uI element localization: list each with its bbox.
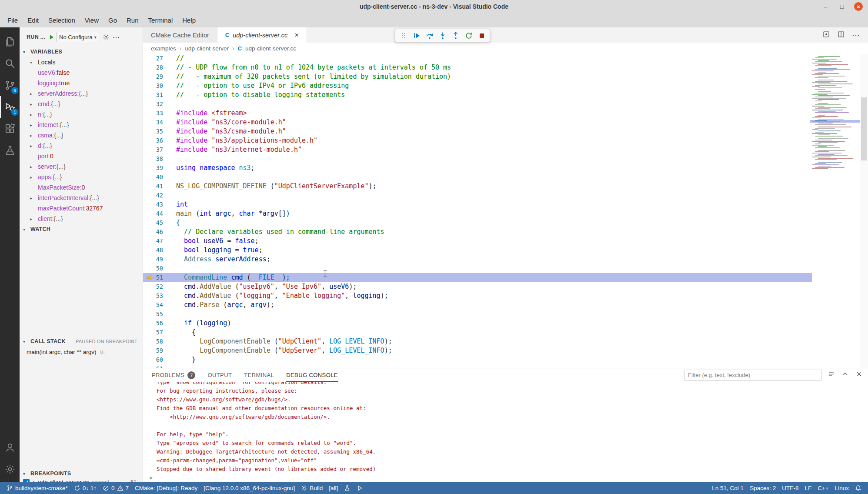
eol-status[interactable]: LF xyxy=(801,482,815,494)
expand-icon[interactable]: ▸ xyxy=(30,217,38,221)
expand-icon[interactable]: ▸ xyxy=(30,102,38,107)
menu-view[interactable]: View xyxy=(80,13,103,27)
step-out-button[interactable] xyxy=(450,30,461,41)
console-filter-input[interactable] xyxy=(684,370,821,381)
line-number[interactable]: 39 xyxy=(143,164,176,173)
scope-locals[interactable]: ▾ Locals xyxy=(20,57,143,67)
step-into-button[interactable] xyxy=(437,30,448,41)
code-line-30[interactable]: 30// - option to use IPv4 or IPv6 addres… xyxy=(143,81,812,90)
variable-logging[interactable]: logging: true xyxy=(20,78,143,88)
line-number[interactable]: 33 xyxy=(143,109,176,118)
line-number[interactable]: 48 xyxy=(143,246,176,255)
code-line-38[interactable]: 38 xyxy=(143,154,812,164)
scrollbar-thumb[interactable] xyxy=(861,97,867,160)
menu-terminal[interactable]: Terminal xyxy=(144,13,178,27)
code-line-31[interactable]: 31// - option to disable logging stateme… xyxy=(143,90,812,100)
search-icon[interactable] xyxy=(0,53,20,74)
language-mode-status[interactable]: C++ xyxy=(815,482,832,494)
menu-help[interactable]: Help xyxy=(177,13,200,27)
sync-status[interactable]: 0↓ 1↑ xyxy=(71,482,100,494)
line-number[interactable]: 60 xyxy=(143,355,176,364)
code-line-60[interactable]: 60 } xyxy=(143,355,812,364)
continue-button[interactable] xyxy=(411,30,422,41)
code-line-40[interactable]: 40 xyxy=(143,173,812,182)
launch-config-label[interactable]: No Configura xyxy=(59,34,93,40)
menu-edit[interactable]: Edit xyxy=(23,13,43,27)
variable-client[interactable]: ▸client: {...} xyxy=(20,214,143,224)
breakpoints-section-header[interactable]: ▾ BREAKPOINTS xyxy=(20,468,143,479)
restart-button[interactable] xyxy=(463,30,474,41)
encoding-status[interactable]: UTF-8 xyxy=(779,482,801,494)
collapse-icon[interactable]: ▾ xyxy=(30,60,38,65)
variable-apps[interactable]: ▸apps: {...} xyxy=(20,172,143,182)
indentation-status[interactable]: Spaces: 2 xyxy=(747,482,779,494)
breakpoint-item[interactable]: ● udp-client-server.cc exampl... 51 xyxy=(20,479,143,482)
variables-section-header[interactable]: ▾ VARIABLES xyxy=(20,47,143,57)
code-line-41[interactable]: 41NS_LOG_COMPONENT_DEFINE ("UdpClientSer… xyxy=(143,182,812,191)
expand-icon[interactable]: ▸ xyxy=(30,175,38,180)
source-control-icon[interactable]: 6 xyxy=(0,74,20,96)
line-number[interactable]: 43 xyxy=(143,200,176,209)
editor-scrollbar[interactable] xyxy=(860,54,868,368)
variable-csma[interactable]: ▸csma: {...} xyxy=(20,130,143,140)
code-line-49[interactable]: 49 Address serverAddress; xyxy=(143,255,812,264)
step-over-button[interactable] xyxy=(424,30,435,41)
explorer-icon[interactable] xyxy=(0,31,20,53)
expand-icon[interactable]: ▸ xyxy=(30,164,38,169)
line-number[interactable]: 29 xyxy=(143,72,176,81)
cursor-position-status[interactable]: Ln 51, Col 1 xyxy=(709,482,747,494)
variable-server[interactable]: ▸server: {...} xyxy=(20,161,143,172)
launch-config-control[interactable]: No Configura ▾ xyxy=(48,32,99,42)
extensions-icon[interactable] xyxy=(0,118,20,140)
git-branch-status[interactable]: buildsystem-cmake* xyxy=(3,482,71,494)
code-line-56[interactable]: 56 if (logging) xyxy=(143,319,812,328)
problems-status[interactable]: 0 7 xyxy=(100,482,132,494)
tab-udp-client-server[interactable]: C udp-client-server.cc × xyxy=(217,27,307,43)
line-number[interactable]: 41 xyxy=(143,182,176,191)
menu-run[interactable]: Run xyxy=(122,13,144,27)
code-line-52[interactable]: 52 cmd.AddValue ("useIpv6", "Use Ipv6", … xyxy=(143,282,812,291)
line-number[interactable]: 57 xyxy=(143,328,176,337)
code-line-36[interactable]: 36#include "ns3/applications-module.h" xyxy=(143,136,812,145)
launch-button[interactable] xyxy=(354,482,366,494)
line-number[interactable]: 40 xyxy=(143,173,176,182)
minimap[interactable] xyxy=(812,55,860,170)
console-prompt[interactable]: > xyxy=(149,474,868,482)
code-line-57[interactable]: 57 { xyxy=(143,328,812,337)
variable-MaxPacketSize[interactable]: MaxPacketSize: 0 xyxy=(20,182,143,193)
code-line-33[interactable]: 33#include <fstream> xyxy=(143,109,812,118)
variable-internet[interactable]: ▸internet: {...} xyxy=(20,120,143,130)
line-number[interactable]: 53 xyxy=(143,291,176,300)
split-editor-icon[interactable] xyxy=(837,30,845,40)
code-line-48[interactable]: 48 bool logging = true; xyxy=(143,246,812,255)
settings-gear-icon[interactable] xyxy=(0,458,20,480)
ctest-button[interactable] xyxy=(341,482,354,494)
account-icon[interactable] xyxy=(0,437,20,458)
line-number[interactable]: 32 xyxy=(143,100,176,109)
line-number[interactable]: 51 xyxy=(143,273,176,282)
line-number[interactable]: 58 xyxy=(143,337,176,346)
line-number[interactable]: 45 xyxy=(143,218,176,227)
tab-debug-console[interactable]: DEBUG CONSOLE xyxy=(286,368,338,382)
code-line-61[interactable]: 61 xyxy=(143,364,812,368)
code-line-45[interactable]: 45{ xyxy=(143,218,812,227)
expand-icon[interactable]: ▸ xyxy=(30,112,38,117)
line-number[interactable]: 36 xyxy=(143,136,176,145)
tab-problems[interactable]: PROBLEMS 7 xyxy=(152,368,195,382)
code-line-55[interactable]: 55 xyxy=(143,310,812,319)
variable-port[interactable]: port: 0 xyxy=(20,151,143,161)
notifications-bell-icon[interactable] xyxy=(852,482,865,494)
line-number[interactable]: 61 xyxy=(143,364,176,368)
line-number[interactable]: 47 xyxy=(143,237,176,246)
breakpoint-checkbox[interactable] xyxy=(23,479,30,482)
expand-icon[interactable]: ▸ xyxy=(30,196,38,200)
debug-console-output[interactable]: Type "show configuration" for configurat… xyxy=(143,382,868,482)
close-panel-icon[interactable] xyxy=(855,370,863,380)
cmake-status[interactable]: CMake: [Debug]: Ready xyxy=(132,482,200,494)
line-number[interactable]: 52 xyxy=(143,282,176,291)
code-line-59[interactable]: 59 LogComponentEnable ("UdpServer", LOG_… xyxy=(143,346,812,355)
menu-go[interactable]: Go xyxy=(103,13,122,27)
line-number[interactable]: 35 xyxy=(143,127,176,136)
line-number[interactable]: 28 xyxy=(143,63,176,72)
more-actions-icon[interactable]: ⋯ xyxy=(852,30,860,40)
